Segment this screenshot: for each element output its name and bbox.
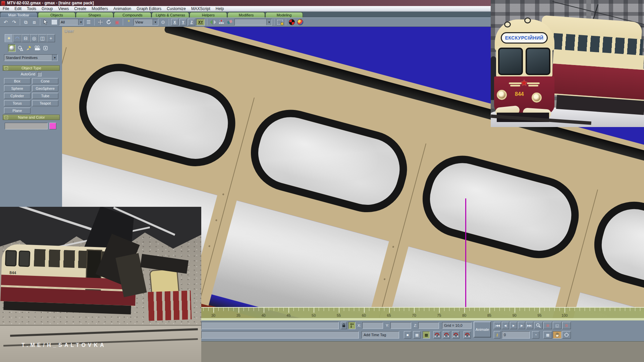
track-view-icon[interactable] — [276, 18, 284, 26]
motion-tab[interactable]: ◎ — [30, 34, 38, 42]
select-object-icon[interactable] — [42, 18, 50, 26]
time-configuration-icon[interactable]: ◔ — [532, 331, 539, 339]
restrict-x-button[interactable]: X — [171, 19, 178, 25]
angle-snap-toggle-icon[interactable]: ∠ — [443, 331, 450, 339]
collapse-minus-icon[interactable]: - — [4, 66, 8, 70]
restrict-z-button[interactable]: Z — [188, 19, 195, 25]
viewport-label[interactable]: User — [64, 28, 74, 34]
tab-main-toolbar[interactable]: Main Toolbar — [0, 12, 38, 17]
primitive-button-torus[interactable]: Torus — [4, 100, 31, 106]
tab-modeling[interactable]: Modeling — [265, 12, 303, 17]
named-selection-sets-dropdown[interactable]: ▼ — [234, 19, 272, 25]
object-type-rollout-header[interactable]: - Object Type — [3, 65, 60, 71]
zoom-extents-icon[interactable]: ◱ — [553, 322, 561, 329]
render-scene-icon[interactable] — [288, 18, 296, 26]
modify-tab[interactable]: ◠ — [13, 34, 21, 42]
lights-category-icon[interactable] — [25, 44, 33, 52]
primitive-button-cone[interactable]: Cone — [32, 78, 59, 84]
name-and-color-rollout-header[interactable]: - Name and Color — [3, 115, 60, 120]
go-to-end-button[interactable]: ▶▶| — [526, 322, 533, 329]
select-by-name-icon[interactable]: ☰ — [85, 18, 92, 26]
primitive-button-sphere[interactable]: Sphere — [4, 85, 31, 92]
next-frame-button[interactable]: |▶ — [518, 322, 525, 329]
array-icon[interactable] — [218, 18, 225, 26]
menu-modifiers[interactable]: Modifiers — [89, 6, 111, 11]
x-coordinate-field[interactable] — [362, 322, 383, 329]
go-to-start-button[interactable]: |◀◀ — [494, 322, 501, 329]
y-coordinate-field[interactable] — [390, 322, 411, 329]
snap-hatch-cube-toggle[interactable]: ▩ — [423, 331, 430, 339]
menu-views[interactable]: Views — [55, 6, 71, 11]
menu-customize[interactable]: Customize — [164, 6, 189, 11]
percent-snap-toggle-icon[interactable]: % — [452, 331, 460, 339]
set-key-icon[interactable]: ⚷ — [494, 331, 500, 339]
tab-helpers[interactable]: Helpers — [190, 12, 227, 17]
select-and-scale-icon[interactable]: ▣ — [113, 18, 121, 26]
zoom-extents-all-icon[interactable]: ⧉ — [562, 322, 571, 329]
use-center-icon[interactable]: ⊙ — [159, 18, 167, 26]
manipulate-icon[interactable]: * — [125, 18, 132, 26]
menu-animation[interactable]: Animation — [111, 6, 134, 11]
play-button[interactable]: ▶ — [510, 322, 517, 329]
selection-lock-toggle[interactable] — [341, 322, 347, 329]
timeline-track[interactable] — [201, 318, 644, 320]
tab-compounds[interactable]: Compounds — [114, 12, 151, 17]
mirror-icon[interactable] — [209, 18, 217, 26]
quick-render-icon[interactable] — [297, 18, 304, 26]
reference-photo-wrecked-depot[interactable]: 844 T.ME/H_SALTOVKA — [0, 207, 201, 362]
zoom-all-icon[interactable]: ⊞ — [543, 322, 552, 329]
add-time-tag-field[interactable]: Add Time Tag — [362, 331, 399, 339]
menu-maxscript[interactable]: MAXScript — [189, 6, 213, 11]
undo-icon[interactable]: ↶ — [2, 18, 9, 26]
z-coordinate-field[interactable] — [418, 322, 439, 329]
arc-rotate-icon[interactable] — [562, 331, 571, 339]
select-and-move-icon[interactable] — [97, 18, 104, 26]
tab-objects[interactable]: Objects — [38, 12, 75, 17]
primitive-button-geosphere[interactable]: GeoSphere — [32, 85, 59, 92]
reference-photo-tram-exterior[interactable]: ЕКСКУРСІЙНИЙ ★ 844 — [491, 0, 644, 127]
collapse-minus-icon[interactable]: - — [4, 116, 8, 119]
zoom-icon[interactable] — [534, 322, 543, 329]
tab-lights-cameras[interactable]: Lights & Cameras — [152, 12, 189, 17]
restrict-xy-plane-button[interactable]: XY — [196, 19, 205, 25]
display-tab[interactable]: ◫ — [38, 34, 47, 42]
snap-toggle-3d-icon[interactable]: 3 — [433, 331, 441, 339]
tab-shapes[interactable]: Shapes — [76, 12, 113, 17]
rectangular-selection-region-icon[interactable] — [51, 18, 58, 26]
shapes-category-icon[interactable] — [16, 44, 24, 52]
menu-graph-editors[interactable]: Graph Editors — [134, 6, 164, 11]
primitive-button-plane[interactable]: Plane — [4, 108, 31, 114]
menu-edit[interactable]: Edit — [12, 6, 24, 11]
reference-coordinate-dropdown[interactable]: View ▼ — [133, 19, 158, 25]
helpers-category-icon[interactable] — [42, 44, 49, 52]
create-tab[interactable]: ✦ — [5, 34, 13, 42]
degradation-override-icon[interactable]: ■ — [404, 331, 411, 339]
unlink-selection-icon[interactable]: ⧈ — [31, 18, 38, 26]
primitive-button-teapot[interactable]: Teapot — [32, 100, 59, 106]
tab-modifiers[interactable]: Modifiers — [227, 12, 265, 17]
current-frame-field[interactable]: 0 — [502, 331, 530, 339]
select-and-link-icon[interactable]: ⧉ — [22, 18, 30, 26]
autogrid-checkbox[interactable] — [37, 72, 42, 76]
primitive-button-cylinder[interactable]: Cylinder — [4, 93, 31, 99]
align-icon[interactable] — [226, 18, 233, 26]
primitive-button-tube[interactable]: Tube — [32, 93, 59, 99]
menu-group[interactable]: Group — [39, 6, 55, 11]
absolute-offset-mode-toggle[interactable] — [348, 322, 356, 329]
selection-filter-dropdown[interactable]: All ▼ — [59, 19, 84, 25]
pan-hand-icon[interactable] — [553, 331, 561, 339]
safe-frames-icon[interactable]: ▦ — [543, 331, 552, 339]
redo-icon[interactable]: ↷ — [10, 18, 18, 26]
restrict-y-button[interactable]: Y — [179, 19, 187, 25]
primitives-category-dropdown[interactable]: Standard Primitives ▼ — [4, 54, 58, 61]
cameras-category-icon[interactable] — [33, 44, 41, 52]
animate-button[interactable]: Animate — [474, 321, 491, 338]
spinner-snap-toggle-icon[interactable]: ⇅ — [464, 331, 471, 339]
previous-frame-button[interactable]: ◀| — [502, 322, 509, 329]
geometry-category-icon[interactable] — [8, 44, 16, 52]
menu-tools[interactable]: Tools — [24, 6, 39, 11]
object-color-swatch[interactable] — [49, 123, 56, 129]
menu-file[interactable]: File — [0, 6, 12, 11]
timeline-ruler[interactable]: 3035404550556065707580859095100 — [201, 307, 644, 320]
menu-create[interactable]: Create — [71, 6, 89, 11]
